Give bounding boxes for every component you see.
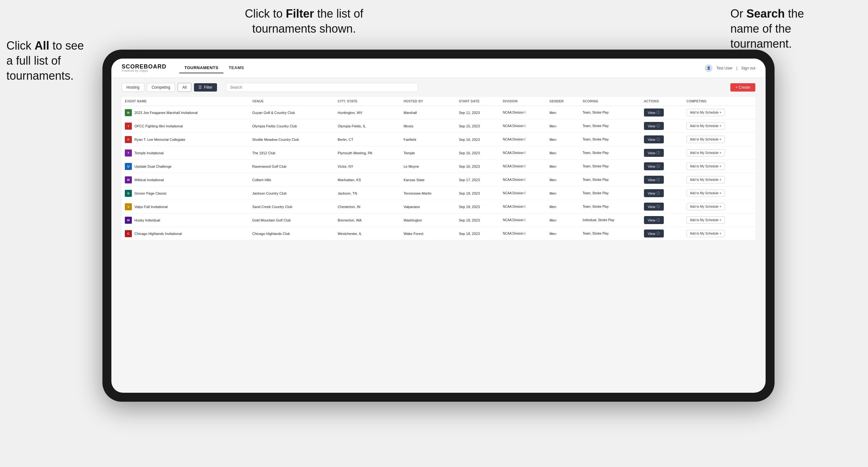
add-schedule-button[interactable]: Add to My Schedule + bbox=[686, 189, 725, 197]
filter-button[interactable]: ☰ Filter bbox=[194, 83, 217, 92]
cell-start-date: Sep 16, 2023 bbox=[456, 160, 500, 173]
logo-subtitle: Powered by clippd bbox=[122, 69, 166, 72]
cell-actions: View ⓘ bbox=[641, 119, 683, 133]
table-header-row: EVENT NAME VENUE CITY, STATE HOSTED BY S… bbox=[122, 97, 755, 106]
view-button[interactable]: View ⓘ bbox=[644, 122, 664, 130]
cell-start-date: Sep 18, 2023 bbox=[456, 214, 500, 227]
logo-title: SCOREBOARD bbox=[122, 64, 166, 69]
cell-venue: Jackson Country Club bbox=[249, 187, 335, 200]
cell-hosted-by: Wake Forest bbox=[400, 227, 456, 240]
info-icon: ⓘ bbox=[656, 204, 660, 209]
hosting-tab[interactable]: Hosting bbox=[122, 83, 144, 92]
table-row: W Husky Individual Gold Mountain Golf Cl… bbox=[122, 214, 755, 227]
cell-scoring: Team, Stroke Play bbox=[580, 187, 641, 200]
view-button[interactable]: View ⓘ bbox=[644, 216, 664, 224]
cell-division: NCAA Division I bbox=[500, 227, 546, 240]
info-icon: ⓘ bbox=[656, 231, 660, 236]
cell-actions: View ⓘ bbox=[641, 227, 683, 240]
view-button[interactable]: View ⓘ bbox=[644, 229, 664, 238]
add-schedule-button[interactable]: Add to My Schedule + bbox=[686, 230, 725, 237]
competing-tab[interactable]: Competing bbox=[147, 83, 175, 92]
add-schedule-button[interactable]: Add to My Schedule + bbox=[686, 109, 725, 116]
cell-hosted-by: Le Moyne bbox=[400, 160, 456, 173]
cell-venue: Olympia Fields Country Club bbox=[249, 119, 335, 133]
cell-actions: View ⓘ bbox=[641, 146, 683, 160]
cell-actions: View ⓘ bbox=[641, 214, 683, 227]
event-name-text: OFCC Fighting Illini Invitational bbox=[134, 124, 183, 128]
cell-start-date: Sep 11, 2023 bbox=[456, 106, 500, 119]
event-name-text: 2023 Joe Feaganes Marshall Invitational bbox=[134, 111, 198, 115]
cell-scoring: Team, Stroke Play bbox=[580, 200, 641, 214]
cell-gender: Men bbox=[546, 227, 580, 240]
info-icon: ⓘ bbox=[656, 110, 660, 115]
cell-hosted-by: Tennessee-Martin bbox=[400, 187, 456, 200]
add-schedule-button[interactable]: Add to My Schedule + bbox=[686, 176, 725, 183]
cell-competing: Add to My Schedule + bbox=[683, 119, 755, 133]
add-schedule-button[interactable]: Add to My Schedule + bbox=[686, 136, 725, 143]
add-schedule-button[interactable]: Add to My Schedule + bbox=[686, 163, 725, 170]
cell-venue: The 1912 Club bbox=[249, 146, 335, 160]
cell-event-name: T Temple Invitational bbox=[122, 146, 249, 160]
view-button[interactable]: View ⓘ bbox=[644, 149, 664, 157]
table-row: T Temple Invitational The 1912 Club Plym… bbox=[122, 146, 755, 160]
col-competing: COMPETING bbox=[683, 97, 755, 106]
table-row: I OFCC Fighting Illini Invitational Olym… bbox=[122, 119, 755, 133]
col-scoring: SCORING bbox=[580, 97, 641, 106]
cell-scoring: Team, Stroke Play bbox=[580, 173, 641, 187]
cell-venue: Gold Mountain Golf Club bbox=[249, 214, 335, 227]
cell-actions: View ⓘ bbox=[641, 133, 683, 146]
cell-start-date: Sep 15, 2023 bbox=[456, 119, 500, 133]
info-icon: ⓘ bbox=[656, 124, 660, 128]
tablet-frame: SCOREBOARD Powered by clippd TOURNAMENTS… bbox=[102, 50, 775, 402]
cell-scoring: Team, Stroke Play bbox=[580, 133, 641, 146]
add-schedule-button[interactable]: Add to My Schedule + bbox=[686, 216, 725, 224]
cell-city-state: Huntington, WV bbox=[335, 106, 400, 119]
cell-city-state: Victor, NY bbox=[335, 160, 400, 173]
cell-competing: Add to My Schedule + bbox=[683, 214, 755, 227]
cell-division: NCAA Division I bbox=[500, 160, 546, 173]
cell-division: NCAA Division I bbox=[500, 119, 546, 133]
table-row: W Wildcat Invitational Colbert Hills Man… bbox=[122, 173, 755, 187]
search-box bbox=[226, 83, 418, 92]
add-schedule-button[interactable]: Add to My Schedule + bbox=[686, 149, 725, 157]
cell-event-name: V Valpo Fall Invitational bbox=[122, 200, 249, 214]
team-logo: V bbox=[125, 203, 132, 210]
cell-event-name: I OFCC Fighting Illini Invitational bbox=[122, 119, 249, 133]
view-button[interactable]: View ⓘ bbox=[644, 162, 664, 170]
cell-city-state: Bremerton, WA bbox=[335, 214, 400, 227]
cell-competing: Add to My Schedule + bbox=[683, 133, 755, 146]
cell-city-state: Plymouth Meeting, PA bbox=[335, 146, 400, 160]
cell-city-state: Olympia Fields, IL bbox=[335, 119, 400, 133]
view-button[interactable]: View ⓘ bbox=[644, 108, 664, 117]
add-schedule-button[interactable]: Add to My Schedule + bbox=[686, 203, 725, 210]
cell-gender: Men bbox=[546, 133, 580, 146]
cell-actions: View ⓘ bbox=[641, 160, 683, 173]
cell-scoring: Team, Stroke Play bbox=[580, 146, 641, 160]
search-input[interactable] bbox=[226, 83, 418, 92]
header-right: 👤 Test User | Sign out bbox=[705, 64, 755, 72]
all-tab[interactable]: All bbox=[178, 83, 191, 92]
info-icon: ⓘ bbox=[656, 150, 660, 155]
sign-out-link[interactable]: Sign out bbox=[741, 66, 755, 70]
annotation-search: Or Search thename of thetournament. bbox=[731, 6, 852, 51]
table-row: G Grover Page Classic Jackson Country Cl… bbox=[122, 187, 755, 200]
view-button[interactable]: View ⓘ bbox=[644, 203, 664, 211]
cell-start-date: Sep 17, 2023 bbox=[456, 173, 500, 187]
info-icon: ⓘ bbox=[656, 164, 660, 169]
content-area: Hosting Competing All ☰ Filter + Create … bbox=[112, 78, 766, 393]
cell-actions: View ⓘ bbox=[641, 106, 683, 119]
create-button[interactable]: + Create bbox=[731, 83, 755, 92]
cell-event-name: M 2023 Joe Feaganes Marshall Invitationa… bbox=[122, 106, 249, 119]
view-button[interactable]: View ⓘ bbox=[644, 189, 664, 197]
view-button[interactable]: View ⓘ bbox=[644, 135, 664, 144]
cell-city-state: Westchester, IL bbox=[335, 227, 400, 240]
view-button[interactable]: View ⓘ bbox=[644, 176, 664, 184]
cell-division: NCAA Division I bbox=[500, 146, 546, 160]
cell-venue: Chicago Highlands Club bbox=[249, 227, 335, 240]
add-schedule-button[interactable]: Add to My Schedule + bbox=[686, 122, 725, 130]
cell-scoring: Team, Stroke Play bbox=[580, 227, 641, 240]
cell-competing: Add to My Schedule + bbox=[683, 146, 755, 160]
nav-tab-tournaments[interactable]: TOURNAMENTS bbox=[179, 63, 223, 73]
table-row: C Chicago Highlands Invitational Chicago… bbox=[122, 227, 755, 240]
nav-tab-teams[interactable]: TEAMS bbox=[223, 63, 249, 73]
